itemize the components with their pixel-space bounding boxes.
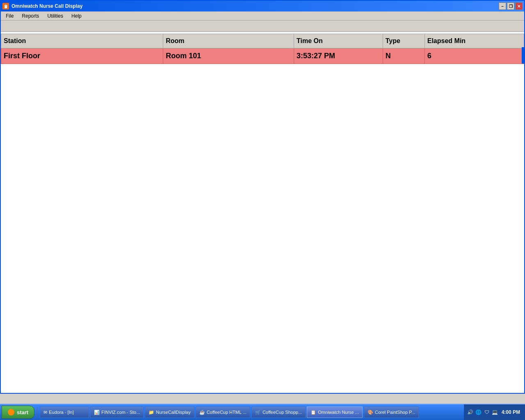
col-header-elapsed: Elapsed Min	[425, 34, 524, 48]
taskbar: start ✉Eudora - [In]📊FINVIZ.com - Sto...…	[0, 404, 525, 420]
menu-bar: File Reports Utilities Help	[1, 11, 524, 21]
tray-icon-4: 💻	[492, 409, 498, 415]
scroll-indicator	[522, 47, 524, 64]
taskbar-btn-icon-0: ✉	[43, 410, 47, 415]
taskbar-btn-label-5: Omniwatch Nurse ...	[318, 410, 359, 415]
col-header-timeon: Time On	[294, 34, 383, 48]
cell-type: N	[383, 48, 425, 64]
taskbar-btn-6[interactable]: 🎨Corel PaintShop P...	[364, 406, 419, 418]
cell-elapsed: 6	[425, 48, 524, 64]
menu-utilities[interactable]: Utilities	[44, 12, 66, 20]
taskbar-buttons: ✉Eudora - [In]📊FINVIZ.com - Sto...📁Nurse…	[38, 406, 463, 418]
toolbar-area	[1, 21, 524, 32]
taskbar-btn-5[interactable]: 📋Omniwatch Nurse ...	[307, 406, 363, 418]
cell-station: First Floor	[1, 48, 163, 64]
taskbar-btn-0[interactable]: ✉Eudora - [In]	[40, 406, 89, 418]
menu-file[interactable]: File	[2, 12, 17, 20]
taskbar-btn-label-4: CoffeeCup Shopp...	[262, 410, 302, 415]
start-button[interactable]: start	[2, 406, 34, 419]
taskbar-btn-icon-1: 📊	[94, 410, 100, 415]
table-row: First Floor Room 101 3:53:27 PM N 6	[1, 48, 524, 64]
title-bar-buttons: – ❐ ✕	[499, 2, 523, 10]
close-button[interactable]: ✕	[515, 2, 523, 10]
taskbar-btn-3[interactable]: ☕CoffeeCup HTML ...	[196, 406, 250, 418]
nurse-call-table: Station Room Time On Type Elapsed Min Fi…	[1, 34, 524, 64]
taskbar-btn-4[interactable]: 🛒CoffeeCup Shopp...	[251, 406, 306, 418]
taskbar-btn-label-1: FINVIZ.com - Sto...	[101, 410, 140, 415]
menu-help[interactable]: Help	[68, 12, 85, 20]
start-icon	[8, 409, 14, 415]
taskbar-btn-label-2: NurseCallDisplay	[156, 410, 190, 415]
restore-button[interactable]: ❐	[507, 2, 514, 10]
taskbar-tray: 🔊 🌐 🛡 💻 4:00 PM	[464, 404, 525, 420]
col-header-room: Room	[163, 34, 294, 48]
system-clock: 4:00 PM	[500, 409, 522, 415]
table-header-row: Station Room Time On Type Elapsed Min	[1, 34, 524, 48]
table-area: Station Room Time On Type Elapsed Min Fi…	[1, 32, 524, 393]
taskbar-btn-1[interactable]: 📊FINVIZ.com - Sto...	[90, 406, 144, 418]
cell-timeon: 3:53:27 PM	[294, 48, 383, 64]
col-header-station: Station	[1, 34, 163, 48]
window-title: Omniwatch Nurse Call Display	[11, 3, 82, 9]
taskbar-btn-icon-6: 🎨	[368, 410, 373, 415]
taskbar-btn-label-3: CoffeeCup HTML ...	[207, 410, 247, 415]
start-label: start	[17, 409, 28, 415]
minimize-button[interactable]: –	[499, 2, 506, 10]
cell-room: Room 101	[163, 48, 294, 64]
taskbar-btn-icon-5: 📋	[310, 410, 316, 415]
title-bar: 📋 Omniwatch Nurse Call Display – ❐ ✕	[1, 1, 524, 11]
taskbar-btn-icon-3: ☕	[199, 410, 205, 415]
app-icon: 📋	[2, 3, 9, 9]
tray-icon-2: 🌐	[475, 409, 482, 415]
taskbar-btn-icon-4: 🛒	[255, 410, 261, 415]
main-window: 📋 Omniwatch Nurse Call Display – ❐ ✕ Fil…	[0, 0, 525, 394]
taskbar-divider-1	[37, 407, 37, 417]
taskbar-btn-icon-2: 📁	[148, 410, 154, 415]
taskbar-btn-2[interactable]: 📁NurseCallDisplay	[145, 406, 194, 418]
taskbar-btn-label-6: Corel PaintShop P...	[375, 410, 415, 415]
tray-icon-3: 🛡	[484, 409, 490, 415]
title-bar-left: 📋 Omniwatch Nurse Call Display	[2, 3, 82, 9]
col-header-type: Type	[383, 34, 425, 48]
tray-icon-1: 🔊	[467, 409, 474, 415]
menu-reports[interactable]: Reports	[18, 12, 42, 20]
taskbar-btn-label-0: Eudora - [In]	[49, 410, 74, 415]
